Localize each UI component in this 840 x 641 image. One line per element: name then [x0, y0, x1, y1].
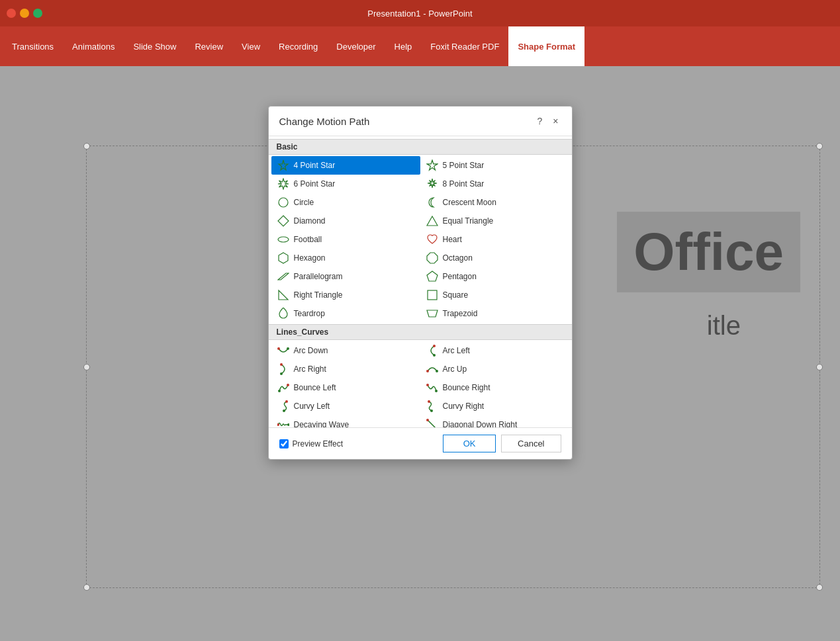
item-diagdownright[interactable]: Diagonal Down Right [420, 415, 569, 427]
arcdown-icon [277, 344, 290, 357]
item-5pointstar-label: 5 Point Star [443, 161, 485, 170]
trapezoid-icon [426, 307, 439, 320]
svg-point-26 [428, 400, 430, 403]
svg-point-19 [436, 370, 438, 372]
item-arcup[interactable]: Arc Up [420, 360, 569, 378]
minimize-traffic-light[interactable] [20, 9, 29, 18]
maximize-traffic-light[interactable] [33, 9, 42, 18]
item-circle[interactable]: Circle [271, 193, 420, 212]
cancel-button[interactable]: Cancel [501, 435, 561, 452]
change-motion-path-dialog: Change Motion Path ? × Basic [268, 106, 573, 460]
item-bounceleft[interactable]: Bounce Left [271, 378, 420, 397]
righttri-icon [277, 288, 290, 302]
svg-line-30 [428, 420, 437, 427]
title-bar: Presentation1 - PowerPoint [0, 0, 840, 26]
tab-recording[interactable]: Recording [269, 26, 327, 66]
item-4pointstar[interactable]: 4 Point Star [271, 156, 420, 175]
tab-developer[interactable]: Developer [327, 26, 385, 66]
svg-point-22 [426, 384, 429, 386]
tab-animations[interactable]: Animations [63, 26, 124, 66]
svg-point-17 [280, 372, 283, 375]
svg-marker-7 [278, 273, 289, 280]
svg-point-31 [426, 419, 429, 421]
ok-button[interactable]: OK [443, 435, 496, 452]
item-righttri[interactable]: Right Triangle [271, 286, 420, 304]
tab-review[interactable]: Review [185, 26, 232, 66]
item-diagdownright-label: Diagonal Down Right [443, 420, 518, 427]
svg-marker-9 [279, 290, 288, 300]
main-content: Office itle Change Motion Path ? × Basic [0, 66, 840, 641]
preview-effect-label[interactable]: Preview Effect [293, 439, 343, 449]
item-8pointstar[interactable]: 8 Point Star [420, 175, 569, 193]
item-teardrop[interactable]: Teardrop [271, 304, 420, 323]
item-arcdown-label: Arc Down [294, 346, 328, 355]
item-hexagon-label: Hexagon [294, 253, 326, 263]
item-5pointstar[interactable]: 5 Point Star [420, 156, 569, 175]
tab-help[interactable]: Help [385, 26, 422, 66]
basic-items-grid: 4 Point Star 5 Point Star [269, 155, 572, 324]
dialog-header: Change Motion Path ? × [269, 107, 572, 136]
item-equaltri[interactable]: Equal Triangle [420, 212, 569, 230]
svg-point-13 [287, 347, 289, 350]
item-righttri-label: Right Triangle [294, 290, 343, 300]
svg-marker-0 [427, 160, 438, 170]
arcright-icon [277, 363, 290, 376]
svg-marker-11 [427, 310, 438, 317]
item-crescent[interactable]: Crescent Moon [420, 193, 569, 212]
svg-point-14 [433, 345, 436, 347]
tab-view[interactable]: View [232, 26, 269, 66]
svg-point-20 [287, 384, 289, 386]
dialog-footer: Preview Effect OK Cancel [269, 427, 572, 459]
item-pentagon[interactable]: Pentagon [420, 267, 569, 286]
hexagon-icon [277, 251, 290, 265]
teardrop-icon [277, 307, 290, 320]
crescent-icon [426, 196, 439, 209]
item-trapezoid[interactable]: Trapezoid [420, 304, 569, 323]
item-decayingwave[interactable]: Decaying Wave [271, 415, 420, 427]
item-arcleft[interactable]: Arc Left [420, 341, 569, 360]
item-equaltri-label: Equal Triangle [443, 216, 494, 226]
item-octagon[interactable]: Octagon [420, 249, 569, 267]
svg-point-25 [283, 409, 285, 412]
item-curvyleft[interactable]: Curvy Left [271, 397, 420, 415]
dialog-list[interactable]: Basic 4 Point Star [269, 136, 572, 427]
diamond-icon [277, 214, 290, 228]
item-6pointstar-label: 6 Point Star [294, 179, 336, 189]
item-diamond-label: Diamond [294, 216, 326, 226]
svg-marker-2 [278, 216, 289, 226]
tab-transitions[interactable]: Transitions [3, 26, 63, 66]
svg-point-29 [287, 423, 289, 426]
curvyright-icon [426, 400, 439, 413]
tab-slideshow[interactable]: Slide Show [124, 26, 185, 66]
item-football[interactable]: Football [271, 230, 420, 249]
octagon-icon [426, 251, 439, 265]
item-octagon-label: Octagon [443, 253, 473, 263]
svg-point-15 [433, 354, 436, 357]
dialog-help-button[interactable]: ? [535, 114, 545, 128]
item-bounceleft-label: Bounce Left [294, 383, 336, 392]
item-6pointstar[interactable]: 6 Point Star [271, 175, 420, 193]
preview-effect-checkbox[interactable] [279, 439, 289, 449]
svg-rect-10 [428, 290, 437, 300]
bounceleft-icon [277, 381, 290, 394]
close-traffic-light[interactable] [7, 9, 16, 18]
item-square[interactable]: Square [420, 286, 569, 304]
item-teardrop-label: Teardrop [294, 309, 325, 318]
item-bounceright[interactable]: Bounce Right [420, 378, 569, 397]
item-arcleft-label: Arc Left [443, 346, 470, 355]
item-hexagon[interactable]: Hexagon [271, 249, 420, 267]
item-arcdown[interactable]: Arc Down [271, 341, 420, 360]
item-arcright[interactable]: Arc Right [271, 360, 420, 378]
dialog-close-button[interactable]: × [550, 114, 561, 128]
item-4pointstar-label: 4 Point Star [294, 161, 336, 170]
item-heart[interactable]: Heart [420, 230, 569, 249]
item-curvyright[interactable]: Curvy Right [420, 397, 569, 415]
traffic-lights [7, 9, 42, 18]
item-diamond[interactable]: Diamond [271, 212, 420, 230]
preview-effect-container: Preview Effect [279, 439, 343, 449]
square-icon [426, 288, 439, 302]
item-parallelogram[interactable]: Parallelogram [271, 267, 420, 286]
tab-shapeformat[interactable]: Shape Format [508, 26, 584, 66]
item-arcright-label: Arc Right [294, 364, 326, 374]
tab-foxitpdf[interactable]: Foxit Reader PDF [421, 26, 508, 66]
